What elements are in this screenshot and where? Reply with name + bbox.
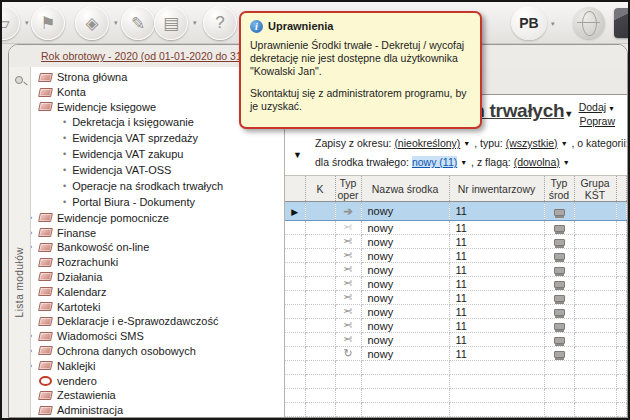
expander-icon[interactable]: › — [31, 228, 38, 238]
asset-name-cell: nowy — [361, 291, 449, 305]
kst-group-cell — [574, 305, 616, 319]
expander-icon[interactable]: › — [31, 346, 38, 356]
empty-cell — [285, 375, 305, 389]
sidebar-item[interactable]: ›Ochrona danych osobowych — [35, 344, 284, 359]
sidebar-item[interactable]: Kalendarz — [35, 284, 284, 299]
table-row[interactable]: ✂nowy11 — [285, 263, 627, 277]
sidebar-item[interactable]: ›Finanse — [35, 225, 284, 240]
table-row[interactable]: ↻nowy11 — [285, 347, 627, 361]
scissors-icon: ✂ — [343, 319, 352, 332]
column-header[interactable] — [285, 176, 305, 202]
filter-dropdown-arrow-icon[interactable]: ▼ — [563, 154, 570, 172]
sidebar-item[interactable]: •Ewidencja VAT zakupu — [35, 146, 284, 162]
expander-icon[interactable]: › — [31, 213, 38, 223]
inventory-nr-cell: 11 — [449, 202, 544, 221]
vendero-icon — [39, 376, 52, 386]
table-row[interactable]: ✂nowy11 — [285, 291, 627, 305]
flag-icon[interactable]: ⚑ — [31, 6, 65, 40]
table-row[interactable]: ▶➔nowy11 — [285, 202, 627, 221]
ledgers-icon — [38, 102, 53, 111]
sidebar-item[interactable]: •Operacje na środkach trwałych — [35, 178, 284, 194]
sidebar-item[interactable]: Deklaracje i e-Sprawozdawczość — [35, 314, 284, 329]
tag-icon[interactable]: ◈ — [75, 6, 109, 40]
sidebar-item[interactable]: •Ewidencja VAT sprzedaży — [35, 130, 284, 146]
scissors-icon: ✂ — [343, 249, 352, 262]
column-header[interactable]: Nazwa środka — [361, 176, 449, 202]
dropdown-arrow-icon[interactable]: ▾ — [114, 19, 118, 27]
filter-dropdown-link[interactable]: (wszystkie) — [506, 137, 558, 149]
edit-link[interactable]: Popraw — [579, 115, 615, 128]
filter-dropdown-arrow-icon[interactable]: ▼ — [561, 135, 568, 153]
sidebar-item[interactable]: vendero — [35, 373, 284, 388]
inventory-nr-cell: 11 — [449, 291, 544, 305]
add-link[interactable]: Dodaj▼ — [579, 101, 615, 115]
dropdown-arrow-icon[interactable]: ▾ — [25, 19, 29, 27]
asset-name-cell: nowy — [361, 347, 449, 361]
sidebar-item[interactable]: ›Wiadomości SMS — [35, 329, 284, 344]
filter-dropdown-arrow-icon[interactable]: ▼ — [463, 135, 470, 153]
help-icon[interactable]: ? — [203, 6, 237, 40]
sidebar-item[interactable]: ›Naklejki — [35, 358, 284, 373]
asset-name-cell: nowy — [361, 221, 449, 235]
refresh-icon: ↻ — [343, 347, 352, 359]
row-indicator-cell — [285, 249, 305, 263]
finance-icon — [38, 228, 53, 237]
table-row[interactable]: ✂nowy11 — [285, 305, 627, 319]
globe-icon[interactable] — [573, 7, 605, 39]
filter-dropdown-link[interactable]: (nieokreślony) — [394, 137, 460, 149]
expander-icon[interactable]: › — [31, 331, 38, 341]
asset-name-cell: nowy — [361, 319, 449, 333]
filter-dropdown-link[interactable]: nowy (11) — [412, 156, 457, 168]
sidebar-item[interactable]: Rozrachunki — [35, 255, 284, 270]
column-header[interactable]: Typ oper — [335, 176, 361, 202]
table-row[interactable]: ✂nowy11 — [285, 235, 627, 249]
empty-cell — [616, 389, 627, 403]
add-dropdown-arrow-icon[interactable]: ▼ — [608, 102, 615, 115]
column-header[interactable]: Grupa KŚT — [574, 176, 616, 202]
table-row[interactable]: ✂nowy11 — [285, 249, 627, 263]
computer-icon — [554, 337, 565, 344]
table-row[interactable]: ✂nowy11 — [285, 277, 627, 291]
column-header[interactable]: K — [305, 176, 335, 202]
dropdown-arrow-icon[interactable]: ▾ — [193, 19, 197, 27]
application-window: PB ▾ ▱▾⚑◈▾✎▤▾? Rok obrotowy - 2020 (od 0… — [0, 0, 630, 420]
filter-collapse-icon[interactable]: ▼ — [293, 146, 302, 164]
sidebar-item[interactable]: ›Ewidencje pomocnicze — [35, 210, 284, 225]
bullet-icon: • — [63, 197, 66, 207]
sidebar-item[interactable]: •Ewidencja VAT-OSS — [35, 162, 284, 178]
table-row[interactable]: ✂nowy11 — [285, 221, 627, 235]
cube-icon[interactable] — [614, 8, 630, 38]
kst-group-cell — [574, 333, 616, 347]
clipboard-icon[interactable]: ▱ — [0, 6, 20, 40]
pin-icon[interactable] — [15, 76, 23, 84]
expander-icon[interactable]: › — [31, 242, 38, 252]
sidebar-item[interactable]: Kartoteki — [35, 299, 284, 314]
expander-icon[interactable]: › — [31, 361, 38, 371]
column-header[interactable]: Nr inwentarzowy — [449, 176, 544, 202]
table-row[interactable]: ✂nowy11 — [285, 319, 627, 333]
user-dropdown-arrow-icon[interactable]: ▾ — [551, 20, 555, 28]
sidebar-item[interactable]: ›Bankowość on-line — [35, 240, 284, 255]
user-button[interactable]: PB — [511, 6, 547, 40]
table-row[interactable]: ✂nowy11 — [285, 333, 627, 347]
print-icon[interactable]: ▤ — [154, 6, 188, 40]
sidebar-item[interactable]: Działania — [35, 270, 284, 285]
filter-dropdown-link[interactable]: (dowolna) — [514, 156, 560, 168]
modules-strip-label[interactable]: Lista modułów — [14, 247, 25, 317]
empty-row — [285, 389, 627, 403]
filter-dropdown-arrow-icon[interactable]: ▼ — [460, 154, 467, 172]
title-dropdown-arrow-icon[interactable]: ▾ — [566, 108, 571, 119]
column-header[interactable]: Typ środ — [544, 176, 574, 202]
sidebar-item[interactable]: Administracja — [35, 403, 284, 417]
k-cell — [305, 235, 335, 249]
column-header[interactable] — [616, 176, 627, 202]
sidebar-item[interactable]: •Portal Biura - Dokumenty — [35, 194, 284, 210]
op-type-cell: ➔ — [335, 202, 361, 221]
tooltip-message: Uprawnienie Środki trwałe - Dekretuj / w… — [250, 39, 471, 78]
sidebar-item[interactable]: Zestawienia — [35, 388, 284, 403]
filter-text: , o kategorii: — [569, 137, 627, 149]
arrow-icon: ➔ — [343, 205, 352, 217]
online-banking-icon — [38, 243, 53, 252]
edit-icon[interactable]: ✎ — [121, 6, 155, 40]
inventory-nr-cell: 11 — [449, 249, 544, 263]
